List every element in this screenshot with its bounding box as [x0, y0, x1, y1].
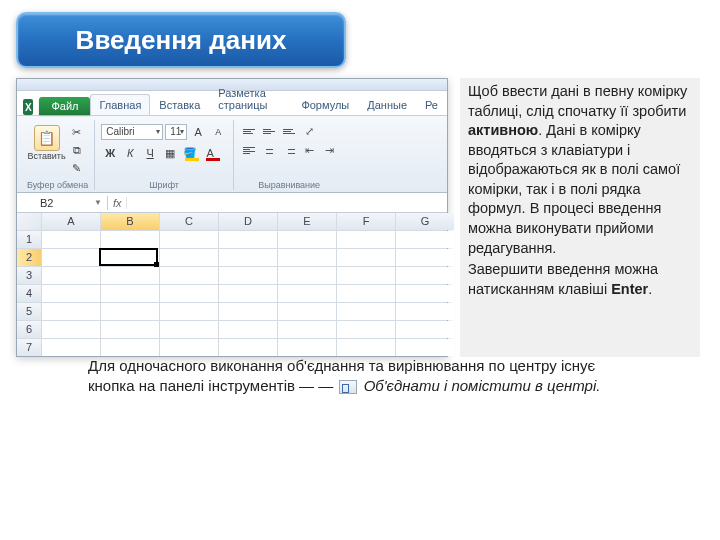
col-header[interactable]: G	[396, 213, 454, 230]
cell[interactable]	[337, 339, 395, 356]
cell[interactable]	[278, 339, 336, 356]
cell[interactable]	[42, 285, 100, 302]
cell[interactable]	[337, 249, 395, 266]
cell[interactable]	[396, 267, 454, 284]
cell[interactable]	[278, 249, 336, 266]
row-header[interactable]: 5	[17, 303, 41, 320]
cut-button[interactable]: ✂	[68, 124, 86, 140]
underline-button[interactable]: Ч	[141, 144, 159, 162]
cell[interactable]	[337, 321, 395, 338]
fx-icon[interactable]: fx	[108, 197, 128, 209]
cell[interactable]	[101, 231, 159, 248]
cell[interactable]	[396, 339, 454, 356]
align-left-button[interactable]	[240, 142, 258, 158]
orientation-button[interactable]: ⤢	[300, 123, 318, 139]
border-button[interactable]: ▦	[161, 144, 179, 162]
spreadsheet-grid[interactable]: A B C D E F G 1 2 3 4 5 6 7	[17, 213, 447, 356]
tab-pagelayout[interactable]: Разметка страницы	[209, 82, 292, 115]
tab-insert[interactable]: Вставка	[150, 94, 209, 115]
col-header[interactable]: C	[160, 213, 218, 230]
cell[interactable]	[219, 339, 277, 356]
tab-review[interactable]: Ре	[416, 94, 447, 115]
cell[interactable]	[101, 303, 159, 320]
row-header[interactable]: 3	[17, 267, 41, 284]
cell[interactable]	[42, 303, 100, 320]
row-header[interactable]: 2	[17, 249, 41, 266]
row-header[interactable]: 4	[17, 285, 41, 302]
cell[interactable]	[42, 339, 100, 356]
col-header[interactable]: F	[337, 213, 395, 230]
cell[interactable]	[278, 267, 336, 284]
name-box[interactable]: B2	[37, 196, 91, 210]
cell[interactable]	[396, 321, 454, 338]
cell[interactable]	[42, 267, 100, 284]
col-header[interactable]: B	[101, 213, 159, 230]
fmtpaint-button[interactable]: ✎	[68, 160, 86, 176]
paste-button[interactable]: 📋 Вставить	[30, 122, 64, 172]
shrink-font-button[interactable]: A	[209, 123, 227, 141]
cell[interactable]	[101, 267, 159, 284]
fill-color-button[interactable]: 🪣	[181, 144, 199, 162]
cell[interactable]	[219, 321, 277, 338]
cell[interactable]	[101, 285, 159, 302]
indent-dec-button[interactable]: ⇤	[300, 142, 318, 158]
col-header[interactable]: A	[42, 213, 100, 230]
select-all-corner[interactable]	[17, 213, 41, 230]
row-header[interactable]: 1	[17, 231, 41, 248]
cell[interactable]	[219, 249, 277, 266]
tab-formulas[interactable]: Формулы	[292, 94, 358, 115]
cell[interactable]	[396, 231, 454, 248]
row-header[interactable]: 6	[17, 321, 41, 338]
cell[interactable]	[278, 321, 336, 338]
cell[interactable]	[42, 249, 100, 266]
cell[interactable]	[337, 267, 395, 284]
align-center-button[interactable]	[260, 142, 278, 158]
row-header[interactable]: 7	[17, 339, 41, 356]
align-top-button[interactable]	[240, 123, 258, 139]
cell[interactable]	[160, 249, 218, 266]
cell[interactable]	[101, 321, 159, 338]
name-box-dropdown[interactable]: ▼	[91, 198, 105, 207]
clipboard-group-label: Буфер обмена	[27, 180, 88, 190]
title-text: Введення даних	[76, 25, 287, 56]
cell[interactable]	[160, 339, 218, 356]
cell[interactable]	[396, 249, 454, 266]
cell[interactable]	[160, 267, 218, 284]
tab-data[interactable]: Данные	[358, 94, 416, 115]
cell[interactable]	[219, 231, 277, 248]
grow-font-button[interactable]: A	[189, 123, 207, 141]
cell[interactable]	[42, 321, 100, 338]
cell[interactable]	[160, 303, 218, 320]
cell[interactable]	[396, 303, 454, 320]
cell[interactable]	[160, 285, 218, 302]
font-color-button[interactable]: A	[201, 144, 219, 162]
file-tab[interactable]: Файл	[39, 97, 90, 115]
cell[interactable]	[337, 285, 395, 302]
align-bottom-button[interactable]	[280, 123, 298, 139]
cell[interactable]	[42, 231, 100, 248]
tab-home[interactable]: Главная	[90, 94, 150, 115]
font-size-combo[interactable]: 11	[165, 124, 187, 140]
col-header[interactable]: D	[219, 213, 277, 230]
cell[interactable]	[337, 303, 395, 320]
cell[interactable]	[160, 231, 218, 248]
cell[interactable]	[278, 231, 336, 248]
cell[interactable]	[278, 285, 336, 302]
cell[interactable]	[160, 321, 218, 338]
bold-button[interactable]: Ж	[101, 144, 119, 162]
align-right-button[interactable]	[280, 142, 298, 158]
align-middle-button[interactable]	[260, 123, 278, 139]
italic-button[interactable]: К	[121, 144, 139, 162]
cell[interactable]	[278, 303, 336, 320]
cell[interactable]	[219, 303, 277, 320]
cell[interactable]	[396, 285, 454, 302]
indent-inc-button[interactable]: ⇥	[320, 142, 338, 158]
copy-button[interactable]: ⧉	[68, 142, 86, 158]
cell[interactable]	[337, 231, 395, 248]
col-header[interactable]: E	[278, 213, 336, 230]
cell[interactable]	[101, 249, 159, 266]
cell[interactable]	[219, 285, 277, 302]
font-name-combo[interactable]: Calibri	[101, 124, 163, 140]
cell[interactable]	[219, 267, 277, 284]
cell[interactable]	[101, 339, 159, 356]
